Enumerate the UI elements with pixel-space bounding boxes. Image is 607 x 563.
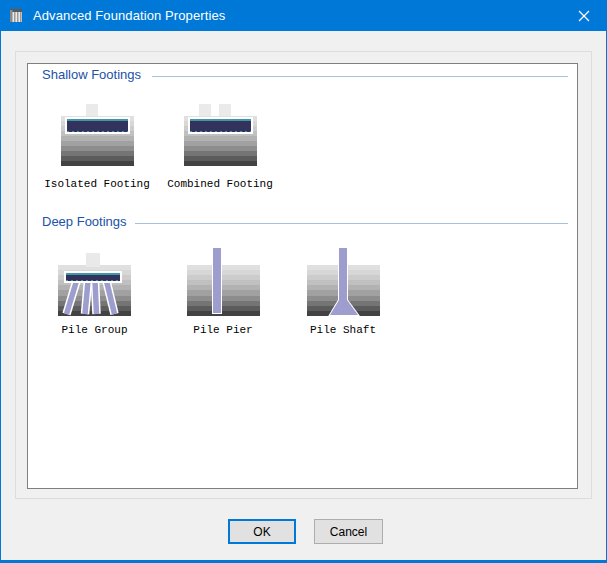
item-label: Pile Pier: [172, 324, 274, 336]
window-title: Advanced Foundation Properties: [33, 8, 225, 23]
cancel-button[interactable]: Cancel: [314, 519, 383, 544]
shaft-graphic: [307, 247, 380, 316]
dialog-body: Shallow Footings Isolated Footing Combin…: [1, 31, 606, 560]
option-pile-group[interactable]: Pile Group: [42, 247, 147, 336]
dialog-window: Advanced Foundation Properties Shallow F…: [0, 0, 607, 563]
item-label: Pile Group: [42, 324, 147, 336]
foundation-group-box: Shallow Footings Isolated Footing Combin…: [27, 63, 578, 489]
isolated-footing-icon: [61, 104, 134, 166]
title-bar[interactable]: Advanced Foundation Properties: [1, 0, 606, 31]
section-header-shallow-footings: Shallow Footings: [42, 67, 141, 82]
option-combined-footing[interactable]: Combined Footing: [165, 104, 275, 190]
section-header-deep-footings: Deep Footings: [42, 214, 127, 229]
section-divider-shallow: [152, 76, 568, 77]
pile-shaft-icon: [307, 247, 380, 316]
option-pile-pier[interactable]: Pile Pier: [172, 247, 274, 336]
app-icon: [9, 8, 25, 24]
close-icon: [578, 10, 590, 22]
column-stub: [86, 253, 100, 267]
section-divider-deep: [135, 223, 568, 224]
pile-group-icon: [58, 247, 131, 316]
ok-button[interactable]: OK: [228, 519, 296, 544]
pier-column: [212, 248, 222, 314]
option-isolated-footing[interactable]: Isolated Footing: [42, 104, 152, 190]
footing-bar: [65, 117, 130, 134]
combined-footing-icon: [184, 104, 257, 166]
pile-pier-icon: [187, 247, 260, 316]
pile-cap-bar: [64, 271, 122, 283]
item-label: Pile Shaft: [292, 324, 394, 336]
option-pile-shaft[interactable]: Pile Shaft: [292, 247, 394, 336]
soil-block: [187, 265, 260, 316]
item-label: Combined Footing: [165, 178, 275, 190]
close-button[interactable]: [561, 0, 606, 31]
item-label: Isolated Footing: [42, 178, 152, 190]
footing-bar: [188, 117, 253, 134]
